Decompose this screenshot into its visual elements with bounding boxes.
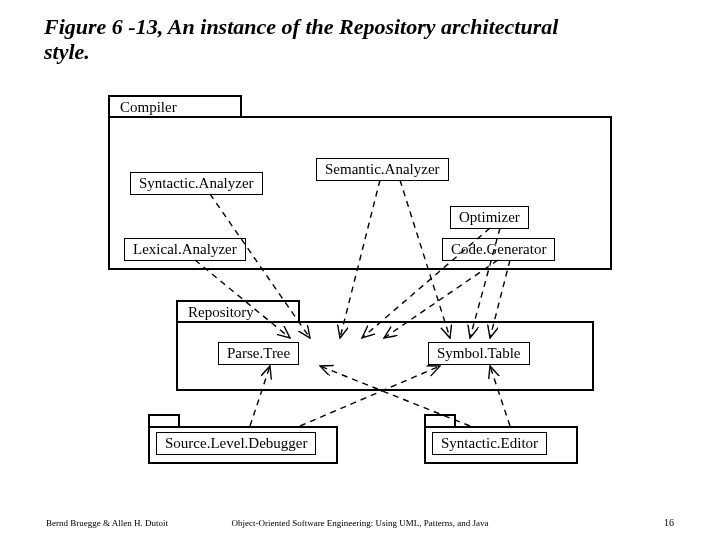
dependency-arrows xyxy=(0,0,720,540)
footer-page-number: 16 xyxy=(664,517,674,528)
compiler-package-tab: Compiler xyxy=(108,95,242,118)
editor-package-tab xyxy=(424,414,456,426)
repository-package-tab: Repository xyxy=(176,300,300,323)
figure-title: Figure 6 -13, An instance of the Reposit… xyxy=(44,14,604,65)
optimizer-box: Optimizer xyxy=(450,206,529,229)
semantic-analyzer-box: Semantic.Analyzer xyxy=(316,158,449,181)
code-generator-box: Code.Generator xyxy=(442,238,555,261)
lexical-analyzer-box: Lexical.Analyzer xyxy=(124,238,246,261)
symbol-table-box: Symbol.Table xyxy=(428,342,530,365)
parse-tree-box: Parse.Tree xyxy=(218,342,299,365)
syntactic-editor-box: Syntactic.Editor xyxy=(432,432,547,455)
source-level-debugger-box: Source.Level.Debugger xyxy=(156,432,316,455)
debugger-package-tab xyxy=(148,414,180,426)
footer-book-title: Object-Oriented Software Engineering: Us… xyxy=(0,518,720,528)
syntactic-analyzer-box: Syntactic.Analyzer xyxy=(130,172,263,195)
